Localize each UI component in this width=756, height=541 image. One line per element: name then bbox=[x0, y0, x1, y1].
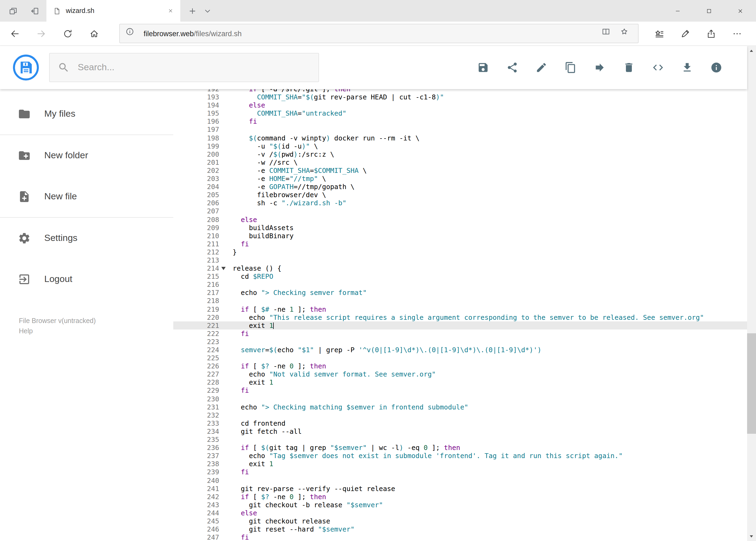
favorite-button[interactable] bbox=[620, 27, 632, 40]
code-line[interactable]: 218 bbox=[173, 297, 747, 305]
sidebar-item-my-files[interactable]: My files bbox=[0, 94, 173, 135]
code-line[interactable]: 197 bbox=[173, 126, 747, 134]
code-line[interactable]: 199 -u "$(id -u)" \ bbox=[173, 142, 747, 150]
search-input[interactable] bbox=[77, 62, 310, 74]
scrollbar-thumb[interactable] bbox=[747, 333, 756, 434]
tab-preview-button[interactable] bbox=[5, 3, 21, 18]
code-line[interactable]: 226 if [ $? -ne 0 ]; then bbox=[173, 362, 747, 370]
code-line[interactable]: 203 -e HOME="//tmp" \ bbox=[173, 175, 747, 183]
fold-arrow-icon[interactable] bbox=[221, 267, 226, 270]
code-line[interactable]: 247 fi bbox=[173, 533, 747, 541]
code-line[interactable]: 223 bbox=[173, 337, 747, 346]
code-line[interactable]: 202 -e COMMIT_SHA=$COMMIT_SHA \ bbox=[173, 166, 747, 175]
code-line[interactable]: 232 bbox=[173, 411, 747, 419]
save-button[interactable] bbox=[468, 53, 497, 82]
close-button[interactable] bbox=[725, 0, 756, 22]
code-line[interactable]: 219 if [ $# -ne 1 ]; then bbox=[173, 305, 747, 313]
code-line[interactable]: 211 fi bbox=[173, 240, 747, 248]
code-line[interactable]: 215 cd $REPO bbox=[173, 272, 747, 280]
code-line[interactable]: 242 if [ $? -ne 0 ]; then bbox=[173, 492, 747, 500]
code-line[interactable]: 229 fi bbox=[173, 386, 747, 395]
vertical-scrollbar[interactable] bbox=[747, 46, 756, 541]
code-button[interactable] bbox=[643, 53, 672, 82]
refresh-button[interactable] bbox=[57, 23, 78, 44]
code-line[interactable]: 234 git fetch --all bbox=[173, 427, 747, 435]
code-line[interactable]: 217 echo "> Checking semver format" bbox=[173, 289, 747, 297]
sidebar-item-new-file[interactable]: New file bbox=[0, 176, 173, 217]
code-line[interactable]: 238 exit 1 bbox=[173, 460, 747, 468]
rename-button[interactable] bbox=[527, 53, 556, 82]
filebrowser-logo-icon[interactable] bbox=[12, 54, 40, 82]
code-line[interactable]: 230 bbox=[173, 395, 747, 403]
more-options-button[interactable] bbox=[726, 23, 748, 44]
code-line[interactable]: 222 fi bbox=[173, 329, 747, 337]
code-line[interactable]: 195 COMMIT_SHA="untracked" bbox=[173, 109, 747, 118]
back-button[interactable] bbox=[4, 23, 25, 44]
code-line[interactable]: 237 echo "Tag $semver does not exist in … bbox=[173, 452, 747, 460]
web-notes-button[interactable] bbox=[674, 23, 697, 44]
tabs-dropdown-button[interactable] bbox=[200, 3, 215, 18]
browser-tab[interactable]: wizard.sh bbox=[46, 0, 180, 22]
move-button[interactable] bbox=[585, 53, 614, 82]
download-button[interactable] bbox=[672, 53, 701, 82]
code-line[interactable]: 224 semver=$(echo "$1" | grep -P '^v(0|[… bbox=[173, 346, 747, 354]
code-line[interactable]: 206 sh -c "./wizard.sh -b" bbox=[173, 199, 747, 207]
home-button[interactable] bbox=[83, 23, 105, 44]
address-bar[interactable]: filebrowser.web/files/wizard.sh bbox=[119, 24, 638, 43]
code-line[interactable]: 245 git checkout release bbox=[173, 517, 747, 525]
code-line[interactable]: 228 exit 1 bbox=[173, 378, 747, 386]
code-line[interactable]: 225 bbox=[173, 354, 747, 362]
code-line[interactable]: 200 -v /$(pwd):/src:z \ bbox=[173, 150, 747, 158]
code-line[interactable]: 216 bbox=[173, 280, 747, 289]
code-line[interactable]: 235 bbox=[173, 435, 747, 443]
code-line[interactable]: 192 if [ -d /src/.git ]; then bbox=[173, 89, 747, 93]
code-line[interactable]: 244 else bbox=[173, 509, 747, 517]
code-line[interactable]: 204 -e GOPATH=//tmp/gopath \ bbox=[173, 183, 747, 191]
share-page-button[interactable] bbox=[700, 23, 722, 44]
code-line[interactable]: 221 exit 1 bbox=[173, 321, 747, 329]
sidebar-item-new-folder[interactable]: New folder bbox=[0, 135, 173, 176]
scroll-up-arrow[interactable] bbox=[747, 46, 756, 55]
url-text[interactable]: filebrowser.web/files/wizard.sh bbox=[143, 29, 242, 38]
code-line[interactable]: 239 fi bbox=[173, 468, 747, 476]
info-button[interactable] bbox=[701, 53, 731, 82]
code-line[interactable]: 236 if [ $(git tag | grep "$semver" | wc… bbox=[173, 443, 747, 452]
code-line[interactable]: 214release () { bbox=[173, 264, 747, 272]
help-link[interactable]: Help bbox=[19, 326, 173, 336]
copy-button[interactable] bbox=[556, 53, 585, 82]
code-line[interactable]: 194 else bbox=[173, 101, 747, 109]
maximize-button[interactable] bbox=[693, 0, 725, 22]
search-box[interactable] bbox=[49, 53, 319, 82]
hub-favorites-button[interactable] bbox=[648, 23, 671, 44]
site-info-button[interactable] bbox=[125, 27, 138, 40]
code-line[interactable]: 233 cd frontend bbox=[173, 419, 747, 427]
code-line[interactable]: 212} bbox=[173, 248, 747, 256]
delete-button[interactable] bbox=[614, 53, 643, 82]
sidebar-item-settings[interactable]: Settings bbox=[0, 218, 173, 259]
code-line[interactable]: 246 git reset --hard "$semver" bbox=[173, 525, 747, 533]
code-line[interactable]: 243 git checkout -b release "$semver" bbox=[173, 501, 747, 509]
new-tab-button[interactable] bbox=[185, 3, 200, 18]
tab-close-button[interactable] bbox=[165, 5, 176, 16]
code-line[interactable]: 209 buildAssets bbox=[173, 224, 747, 232]
scroll-down-arrow[interactable] bbox=[747, 532, 756, 541]
code-line[interactable]: 208 else bbox=[173, 215, 747, 224]
share-button[interactable] bbox=[497, 53, 527, 82]
code-line[interactable]: 198 $(command -v winpty) docker run --rm… bbox=[173, 134, 747, 142]
code-line[interactable]: 205 filebrowser/dev \ bbox=[173, 191, 747, 199]
code-line[interactable]: 231 echo "> Checking matching $semver in… bbox=[173, 403, 747, 411]
reading-view-button[interactable] bbox=[601, 27, 614, 40]
code-line[interactable]: 210 buildBinary bbox=[173, 232, 747, 240]
code-line[interactable]: 220 echo "This release script requires a… bbox=[173, 313, 747, 321]
code-line[interactable]: 196 fi bbox=[173, 118, 747, 126]
code-line[interactable]: 240 bbox=[173, 476, 747, 484]
code-line[interactable]: 193 COMMIT_SHA="$(git rev-parse HEAD | c… bbox=[173, 93, 747, 101]
forward-button[interactable] bbox=[30, 23, 52, 44]
minimize-button[interactable] bbox=[662, 0, 693, 22]
code-line[interactable]: 241 git rev-parse --verify --quiet relea… bbox=[173, 484, 747, 492]
code-line[interactable]: 227 echo "Not valid semver format. See s… bbox=[173, 370, 747, 378]
code-line[interactable]: 201 -w //src \ bbox=[173, 158, 747, 166]
code-editor[interactable]: 192 if [ -d /src/.git ]; then193 COMMIT_… bbox=[173, 89, 747, 541]
code-line[interactable]: 213 bbox=[173, 256, 747, 264]
code-line[interactable]: 207 bbox=[173, 207, 747, 215]
